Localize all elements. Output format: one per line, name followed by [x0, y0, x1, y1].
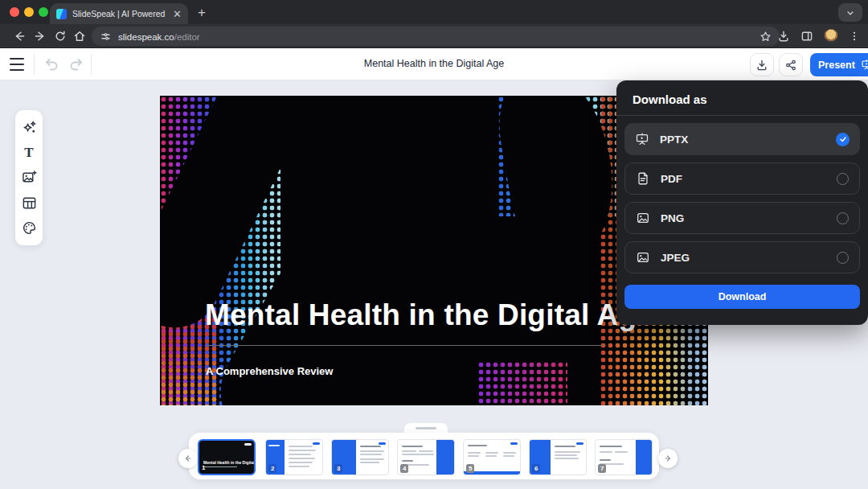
thumb-rule	[203, 466, 237, 467]
slide-number: 7	[598, 464, 606, 473]
presentation-screen-icon	[861, 59, 868, 71]
menu-hamburger-button[interactable]	[10, 58, 24, 71]
arrow-right-icon	[663, 454, 673, 463]
text-tool-icon: T	[24, 146, 33, 159]
toolbar-divider	[91, 54, 92, 75]
url-host: slidespeak.co	[118, 32, 174, 42]
redo-icon[interactable]	[68, 56, 84, 72]
filmstrip-next-button[interactable]	[658, 449, 678, 468]
theme-tool[interactable]	[21, 220, 37, 236]
tab-title: SlideSpeak | AI Powered Prese...	[72, 9, 167, 18]
image-icon	[636, 211, 650, 225]
address-bar-actions	[777, 24, 860, 48]
slide-divider-line	[206, 345, 604, 346]
slide-number: 4	[400, 464, 408, 473]
thumb-logo-chip	[510, 442, 518, 445]
slide-number: 5	[466, 464, 474, 473]
slide-thumbnail-3[interactable]: 3	[331, 439, 389, 475]
download-confirm-label: Download	[719, 291, 767, 302]
url-path: /editor	[174, 32, 200, 42]
url-omnibox[interactable]: slidespeak.co/editor	[92, 27, 780, 46]
document-icon	[636, 171, 650, 186]
undo-icon[interactable]	[43, 56, 59, 72]
window-zoom-button[interactable]	[39, 7, 48, 17]
presentation-screen-icon	[635, 132, 649, 146]
palette-icon	[22, 220, 37, 236]
new-tab-button[interactable]: +	[198, 3, 206, 23]
slide-title-text[interactable]: Mental Health in the Digital Age	[205, 298, 653, 332]
slide-thumbnail-2[interactable]: 2	[265, 439, 323, 475]
editor-tool-sidebar: T	[15, 110, 43, 245]
slide-filmstrip: Mental Health in the Digital Age 1 2 3 4	[189, 433, 659, 479]
slide-number: 1	[202, 463, 205, 472]
browser-address-bar: slidespeak.co/editor	[0, 24, 868, 48]
profile-avatar[interactable]	[824, 29, 838, 43]
tab-search-chevron-button[interactable]	[838, 3, 862, 22]
image-add-icon	[22, 170, 37, 185]
slide-thumbnail-1[interactable]: Mental Health in the Digital Age 1	[198, 439, 256, 475]
share-icon	[784, 59, 797, 72]
slide-number: 6	[532, 464, 540, 473]
slide-number: 3	[334, 464, 342, 473]
option-label: PDF	[661, 173, 682, 185]
slide-thumbnail-5[interactable]: 5	[463, 439, 521, 475]
slidespeak-favicon	[56, 9, 67, 19]
present-button[interactable]: Present	[810, 53, 868, 76]
window-close-button[interactable]	[10, 7, 19, 17]
download-button[interactable]	[750, 53, 774, 76]
selected-check-icon[interactable]	[836, 133, 850, 146]
radio-unselected[interactable]	[837, 212, 849, 224]
reload-icon[interactable]	[54, 30, 67, 43]
slide-thumbnail-4[interactable]: 4	[397, 439, 455, 475]
tab-close-icon[interactable]: ✕	[173, 9, 182, 19]
side-panel-icon[interactable]	[800, 30, 813, 43]
slide-number: 2	[268, 464, 276, 473]
slide-thumbnail-7[interactable]: 7	[595, 439, 653, 475]
present-label: Present	[818, 60, 855, 71]
filmstrip-prev-button[interactable]	[178, 449, 198, 468]
downloads-icon[interactable]	[777, 30, 790, 43]
thumb-logo-chip	[313, 442, 320, 445]
back-icon[interactable]	[13, 30, 26, 43]
table-tool[interactable]	[21, 195, 37, 211]
bookmark-star-icon[interactable]	[760, 31, 772, 43]
text-tool[interactable]: T	[21, 145, 37, 161]
ai-generate-tool[interactable]	[21, 119, 37, 135]
download-icon	[755, 59, 768, 72]
download-option-png[interactable]: PNG	[624, 202, 860, 234]
thumb-logo-chip	[244, 443, 252, 446]
document-title: Mental Health in the Digital Age	[0, 58, 868, 69]
thumb-logo-chip	[444, 442, 452, 445]
editor-toolbar: Mental Health in the Digital Age Present	[0, 48, 868, 80]
option-label: PNG	[661, 212, 684, 224]
image-icon	[636, 250, 650, 265]
download-option-pdf[interactable]: PDF	[624, 162, 860, 195]
thumb-logo-chip	[576, 442, 583, 445]
share-button[interactable]	[779, 53, 803, 76]
window-minimize-button[interactable]	[24, 7, 34, 17]
browser-tab-strip: SlideSpeak | AI Powered Prese... ✕ +	[0, 0, 868, 24]
radio-unselected[interactable]	[837, 173, 849, 185]
arrow-left-icon	[183, 454, 193, 463]
option-label: PPTX	[660, 134, 688, 146]
browser-menu-icon[interactable]	[849, 31, 860, 42]
add-image-tool[interactable]	[21, 170, 37, 186]
toolbar-divider	[34, 54, 35, 75]
download-option-pptx[interactable]: PPTX	[624, 123, 860, 155]
slide-subtitle-text[interactable]: A Comprehensive Review	[206, 365, 333, 377]
halftone-dots-bottom-center	[477, 361, 567, 405]
sparkles-icon	[22, 120, 37, 135]
slide-thumbnail-6[interactable]: 6	[529, 439, 587, 475]
download-option-jpeg[interactable]: JPEG	[624, 241, 860, 273]
thumb-title: Mental Health in the Digital Age	[203, 460, 256, 465]
radio-unselected[interactable]	[837, 252, 849, 264]
thumb-logo-chip	[379, 442, 386, 445]
site-settings-icon[interactable]	[100, 31, 112, 43]
thumb-logo-chip	[642, 442, 649, 445]
download-confirm-button[interactable]: Download	[624, 285, 860, 309]
browser-tab[interactable]: SlideSpeak | AI Powered Prese... ✕	[50, 3, 188, 24]
download-as-menu: Download as PPTX PDF PNG JPEG Download	[616, 80, 868, 325]
option-label: JPEG	[661, 252, 690, 264]
forward-icon[interactable]	[34, 30, 47, 43]
home-icon[interactable]	[73, 30, 86, 43]
